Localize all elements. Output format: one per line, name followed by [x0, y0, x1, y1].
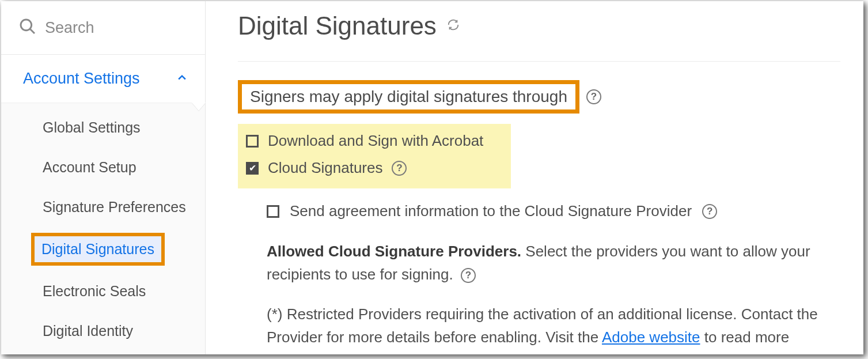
- option-label: Cloud Signatures: [268, 159, 382, 177]
- svg-line-1: [31, 29, 35, 33]
- options-highlight-block: Download and Sign with Acrobat ✔ Cloud S…: [238, 124, 511, 188]
- restricted-providers-text: (*) Restricted Providers requiring the a…: [267, 303, 840, 354]
- signers-section: Signers may apply digital signatures thr…: [238, 62, 840, 354]
- allowed-providers-text: Allowed Cloud Signature Providers. Selec…: [267, 240, 840, 286]
- sidebar-item-digital-identity[interactable]: Digital Identity: [1, 311, 205, 351]
- option-label: Download and Sign with Acrobat: [268, 132, 483, 150]
- checkbox-unchecked-icon[interactable]: [267, 205, 279, 218]
- sidebar-section-account-settings[interactable]: Account Settings: [1, 55, 205, 103]
- checkbox-unchecked-icon[interactable]: [246, 135, 259, 148]
- page-title-row: Digital Signatures: [238, 1, 840, 62]
- page-title: Digital Signatures: [238, 12, 437, 40]
- search-placeholder: Search: [45, 19, 94, 37]
- help-icon[interactable]: ?: [461, 268, 476, 283]
- section-heading-row: Signers may apply digital signatures thr…: [238, 80, 840, 114]
- allowed-providers-heading: Allowed Cloud Signature Providers.: [267, 243, 521, 260]
- option-cloud-signatures[interactable]: ✔ Cloud Signatures ?: [246, 154, 483, 182]
- help-icon[interactable]: ?: [702, 204, 717, 219]
- app-frame: Search Account Settings Global Settings …: [1, 1, 863, 354]
- sidebar-item-account-setup[interactable]: Account Setup: [1, 148, 205, 187]
- main-content: Digital Signatures Signers may apply dig…: [206, 1, 863, 354]
- chevron-up-icon: [176, 70, 188, 88]
- sidebar-item-label: Digital Signatures: [31, 233, 165, 266]
- help-icon[interactable]: ?: [586, 89, 601, 104]
- adobe-website-link[interactable]: Adobe website: [602, 328, 700, 346]
- section-heading: Signers may apply digital signatures thr…: [238, 80, 579, 114]
- sidebar-item-signature-preferences[interactable]: Signature Preferences: [1, 187, 205, 227]
- option-send-agreement-info[interactable]: Send agreement information to the Cloud …: [267, 199, 840, 224]
- sidebar-item-digital-signatures[interactable]: Digital Signatures: [1, 227, 205, 271]
- sidebar: Search Account Settings Global Settings …: [1, 1, 206, 354]
- cloud-sub-options: Send agreement information to the Cloud …: [267, 199, 840, 354]
- sidebar-item-electronic-seals[interactable]: Electronic Seals: [1, 271, 205, 311]
- sidebar-nav: Global Settings Account Setup Signature …: [1, 103, 205, 354]
- sidebar-section-label: Account Settings: [23, 70, 140, 88]
- option-download-acrobat[interactable]: Download and Sign with Acrobat: [246, 127, 483, 154]
- help-icon[interactable]: ?: [392, 161, 407, 176]
- refresh-icon[interactable]: [447, 18, 460, 33]
- sidebar-item-global-settings[interactable]: Global Settings: [1, 108, 205, 148]
- option-label: Send agreement information to the Cloud …: [290, 202, 692, 220]
- search-row[interactable]: Search: [1, 1, 205, 55]
- search-icon: [18, 17, 37, 38]
- svg-point-0: [21, 20, 32, 31]
- checkbox-checked-icon[interactable]: ✔: [246, 162, 259, 175]
